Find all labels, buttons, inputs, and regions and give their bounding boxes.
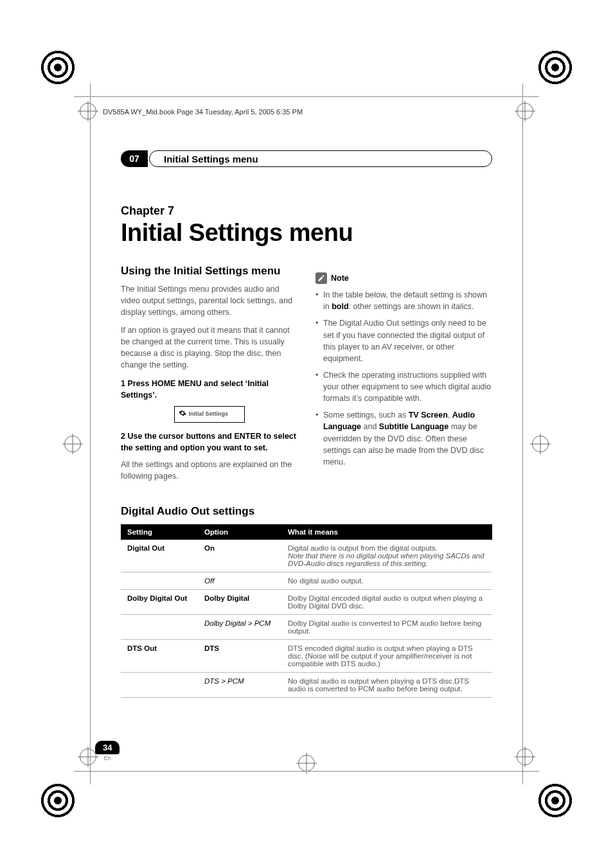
list-item: Check the operating instructions supplie… (315, 369, 492, 404)
table-cell-setting (121, 673, 198, 698)
table-row: Dolby Digital OutDolby DigitalDolby Digi… (121, 590, 492, 615)
table-cell-setting (121, 615, 198, 640)
body-text: All the settings and options are explain… (121, 459, 298, 482)
crop-frame (522, 84, 523, 784)
page-number-badge: 34 En (95, 741, 120, 761)
text: . (472, 302, 474, 311)
right-column: Note In the table below, the default set… (315, 263, 492, 488)
table-cell-setting: Dolby Digital Out (121, 590, 198, 615)
table-cell-option: Off (198, 572, 281, 590)
section-heading-digital-audio: Digital Audio Out settings (121, 505, 492, 518)
list-item: The Digital Audio Out settings only need… (315, 317, 492, 364)
table-cell-setting: Digital Out (121, 540, 198, 572)
text-italic: italics (451, 302, 471, 311)
chapter-number-pill: 07 (121, 150, 148, 167)
crop-crosshair (532, 436, 549, 452)
text: and (361, 422, 379, 431)
registration-mark (39, 48, 77, 87)
step-2: 2 Use the cursor buttons and ENTER to se… (121, 430, 298, 454)
table-row: OffNo digital audio output. (121, 572, 492, 590)
initial-settings-button-graphic: Initial Settings (174, 406, 245, 423)
table-cell-setting: DTS Out (121, 640, 198, 673)
pencil-icon (315, 272, 327, 284)
crop-frame (74, 771, 539, 772)
crop-crosshair (80, 748, 96, 765)
page-language: En (95, 755, 120, 761)
gear-icon (179, 409, 186, 420)
table-cell-option: DTS > PCM (198, 673, 281, 698)
page-title: Initial Settings menu (121, 219, 492, 247)
section-heading-using: Using the Initial Settings menu (121, 263, 298, 279)
table-cell-setting (121, 572, 198, 590)
table-cell-desc: DTS encoded digital audio is output when… (281, 640, 492, 673)
text: : other settings are shown in (349, 302, 452, 311)
note-label: Note (331, 272, 349, 284)
crop-crosshair (64, 436, 81, 452)
crop-crosshair (80, 103, 96, 120)
text: Some settings, such as (323, 411, 409, 420)
registration-mark (39, 781, 77, 820)
table-row: DTS OutDTSDTS encoded digital audio is o… (121, 640, 492, 673)
table-cell-option: Dolby Digital (198, 590, 281, 615)
chapter-title-bar: Initial Settings menu (149, 150, 492, 167)
crop-crosshair (517, 103, 533, 120)
table-cell-desc: No digital audio is output when playing … (281, 673, 492, 698)
table-cell-option: Dolby Digital > PCM (198, 615, 281, 640)
note-heading: Note (315, 272, 492, 284)
crop-frame (90, 84, 91, 784)
registration-mark (536, 48, 574, 87)
table-cell-option: DTS (198, 640, 281, 673)
table-cell-option: On (198, 540, 281, 572)
table-header-row: Setting Option What it means (121, 524, 492, 540)
document-meta-line: DV585A WY_Mid.book Page 34 Tuesday, Apri… (103, 108, 303, 116)
table-header: Option (198, 524, 281, 540)
crop-frame (74, 96, 539, 97)
text: , (448, 411, 452, 420)
table-row: Digital OutOnDigital audio is output fro… (121, 540, 492, 572)
list-item: In the table below, the default setting … (315, 289, 492, 312)
list-item: Some settings, such as TV Screen, Audio … (315, 409, 492, 468)
table-cell-desc: Dolby Digital audio is converted to PCM … (281, 615, 492, 640)
body-text: If an option is grayed out it means that… (121, 324, 298, 371)
chapter-label: Chapter 7 (121, 204, 492, 218)
chapter-tab-title: Initial Settings menu (164, 154, 258, 164)
table-row: DTS > PCMNo digital audio is output when… (121, 673, 492, 698)
table-header: Setting (121, 524, 198, 540)
table-row: Dolby Digital > PCMDolby Digital audio i… (121, 615, 492, 640)
settings-table: Setting Option What it means Digital Out… (121, 524, 492, 698)
text-bold: bold (332, 302, 348, 311)
table-cell-desc: Digital audio is output from the digital… (281, 540, 492, 572)
text-bold: TV Screen (409, 411, 448, 420)
text-bold: Subtitle Language (379, 422, 449, 431)
table-header: What it means (281, 524, 492, 540)
page-number: 34 (95, 741, 120, 754)
registration-mark (536, 781, 574, 820)
table-cell-desc: No digital audio output. (281, 572, 492, 590)
button-label: Initial Settings (189, 410, 229, 418)
note-bullet-list: In the table below, the default setting … (315, 289, 492, 468)
step-1: 1 Press HOME MENU and select ‘Initial Se… (121, 378, 298, 401)
crop-crosshair (517, 748, 533, 765)
chapter-tab-bar: 07 Initial Settings menu (121, 148, 492, 172)
left-column: Using the Initial Settings menu The Init… (121, 263, 298, 488)
table-cell-desc: Dolby Digital encoded digital audio is o… (281, 590, 492, 615)
body-text: The Initial Settings menu provides audio… (121, 283, 298, 318)
